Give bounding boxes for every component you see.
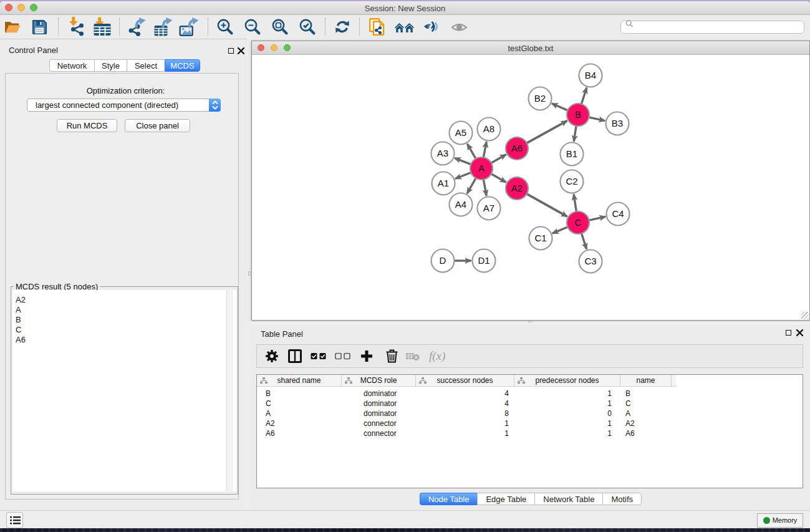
svg-text:A: A (478, 163, 485, 173)
svg-text:B1: B1 (566, 148, 577, 159)
svg-text:C1: C1 (534, 233, 546, 243)
svg-text:B3: B3 (612, 118, 623, 128)
svg-text:C4: C4 (612, 208, 624, 219)
svg-text:A6: A6 (511, 143, 523, 153)
svg-text:D: D (440, 255, 446, 266)
svg-text:D1: D1 (478, 255, 489, 266)
svg-text:A1: A1 (438, 178, 449, 188)
svg-text:A8: A8 (483, 123, 494, 134)
svg-text:A7: A7 (483, 203, 494, 213)
svg-text:A2: A2 (511, 183, 523, 193)
svg-text:A4: A4 (455, 199, 466, 210)
svg-text:C: C (575, 217, 582, 228)
svg-text:B4: B4 (585, 70, 596, 80)
svg-text:C2: C2 (566, 176, 577, 186)
svg-text:A5: A5 (455, 127, 466, 138)
svg-text:C3: C3 (584, 256, 596, 266)
svg-text:B2: B2 (534, 93, 546, 104)
svg-text:A3: A3 (437, 148, 448, 158)
svg-text:B: B (575, 109, 581, 120)
